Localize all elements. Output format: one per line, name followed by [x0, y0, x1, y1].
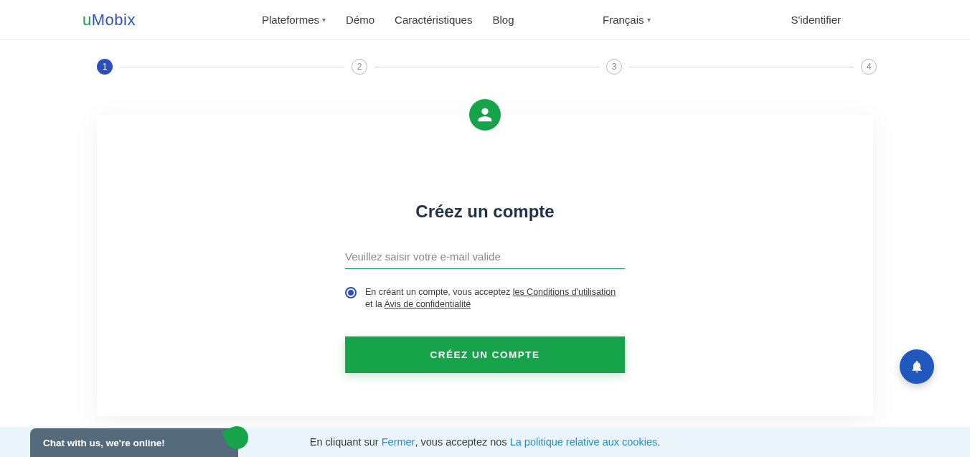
step-line	[120, 67, 344, 67]
consent-prefix: En créant un compte, vous acceptez	[365, 287, 513, 297]
card-wrap: Créez un compte En créant un compte, vou…	[0, 75, 970, 416]
signup-form: Créez un compte En créant un compte, vou…	[345, 202, 625, 373]
nav-blog-label: Blog	[492, 14, 514, 26]
nav-login-label: S'identifier	[791, 14, 841, 26]
step-1: 1	[97, 59, 113, 75]
cookie-policy-link[interactable]: La politique relative aux cookies	[510, 436, 658, 448]
terms-link[interactable]: les Conditions d'utilisation	[513, 287, 616, 297]
create-account-button[interactable]: CRÉEZ UN COMPTE	[345, 336, 625, 373]
nav-login[interactable]: S'identifier	[791, 14, 841, 26]
step-3: 3	[606, 59, 622, 75]
step-line	[374, 67, 599, 67]
nav-blog[interactable]: Blog	[492, 14, 514, 26]
chevron-down-icon: ▾	[647, 16, 651, 24]
step-3-label: 3	[612, 62, 617, 72]
nav-features-label: Caractéristiques	[395, 14, 472, 26]
step-1-label: 1	[103, 62, 108, 72]
bell-icon	[910, 359, 924, 374]
consent-row: En créant un compte, vous acceptez les C…	[345, 286, 625, 311]
consent-radio[interactable]	[345, 287, 357, 298]
nav-center: Plateformes ▾ Démo Caractéristiques Blog	[262, 14, 514, 26]
consent-text: En créant un compte, vous acceptez les C…	[365, 286, 625, 311]
person-icon	[469, 99, 501, 131]
consent-mid: et la	[365, 299, 384, 309]
progress-steps: 1 2 3 4	[0, 40, 970, 75]
privacy-link[interactable]: Avis de confidentialité	[384, 299, 471, 309]
nav-features[interactable]: Caractéristiques	[395, 14, 472, 26]
nav-platforms[interactable]: Plateformes ▾	[262, 14, 326, 26]
step-4: 4	[861, 59, 877, 75]
nav-demo-label: Démo	[346, 14, 374, 26]
signup-card: Créez un compte En créant un compte, vou…	[97, 115, 873, 416]
form-title: Créez un compte	[345, 202, 625, 222]
step-line	[629, 67, 854, 67]
logo-m: Mobix	[92, 11, 136, 29]
nav-language[interactable]: Français ▾	[603, 14, 651, 26]
header: uMobix Plateformes ▾ Démo Caractéristiqu…	[0, 0, 970, 40]
nav-language-label: Français	[603, 14, 644, 26]
cookie-suffix: .	[657, 436, 660, 448]
cookie-close-link[interactable]: Fermer	[382, 436, 415, 448]
chevron-down-icon: ▾	[322, 16, 326, 24]
step-2: 2	[352, 59, 367, 75]
logo-u: u	[83, 11, 92, 29]
chat-label: Chat with us, we're online!	[43, 438, 165, 448]
notifications-button[interactable]	[900, 349, 934, 384]
step-4-label: 4	[867, 62, 872, 72]
step-2-label: 2	[357, 62, 362, 72]
cookie-mid: , vous acceptez nos	[415, 436, 507, 448]
logo[interactable]: uMobix	[83, 11, 136, 29]
nav-demo[interactable]: Démo	[346, 14, 374, 26]
chat-widget[interactable]: Chat with us, we're online!	[30, 428, 238, 457]
nav-platforms-label: Plateformes	[262, 14, 319, 26]
email-input[interactable]	[345, 245, 625, 269]
cookie-prefix: En cliquant sur	[310, 436, 379, 448]
cta-label: CRÉEZ UN COMPTE	[430, 349, 540, 360]
